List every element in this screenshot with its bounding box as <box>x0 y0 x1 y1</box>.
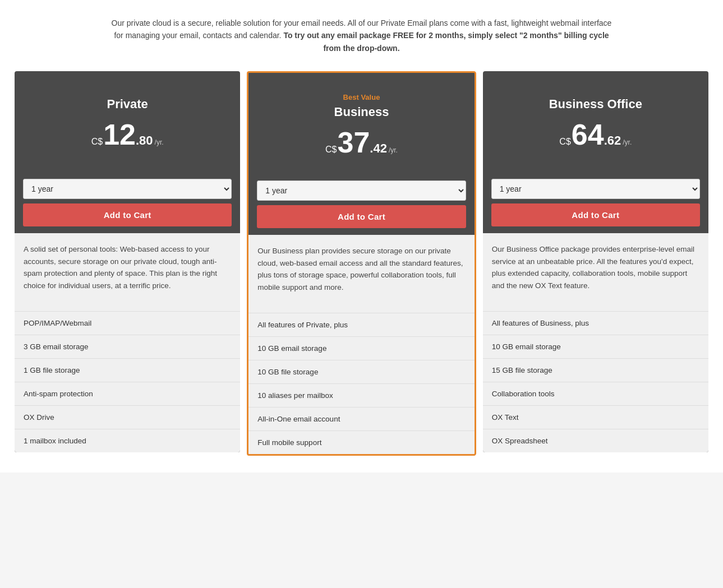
plan-price-business-office: C$ 64 .62 /yr. <box>559 120 632 149</box>
price-period-business: /yr. <box>389 146 398 154</box>
price-main-private: 12 <box>103 120 136 149</box>
plan-name-business-office: Business Office <box>549 97 642 112</box>
feature-item: 10 aliases per mailbox <box>248 384 474 408</box>
feature-item: Collaboration tools <box>483 382 708 406</box>
plan-card-business-office: Business Office C$ 64 .62 /yr. 1 year 2 … <box>483 71 708 452</box>
price-period-business-office: /yr. <box>623 138 632 146</box>
billing-cycle-select-private[interactable]: 1 year 2 months 2 years <box>23 179 232 199</box>
plan-header-business: Best Value Business C$ 37 .42 /yr. <box>248 73 474 174</box>
feature-item: 1 GB file storage <box>15 359 240 382</box>
plan-name-private: Private <box>107 97 148 112</box>
feature-item: All-in-One email account <box>248 408 474 431</box>
plan-price-business: C$ 37 .42 /yr. <box>325 128 398 157</box>
plan-description-business: Our Business plan provides secure storag… <box>248 235 474 313</box>
price-currency-business: C$ <box>325 145 337 155</box>
feature-item: OX Text <box>483 406 708 429</box>
add-to-cart-button-business[interactable]: Add to Cart <box>257 205 466 228</box>
plan-controls-business: 1 year 2 months 2 years Add to Cart <box>248 174 474 235</box>
plan-features-business-office: All features of Business, plus10 GB emai… <box>483 312 708 452</box>
add-to-cart-button-business-office[interactable]: Add to Cart <box>491 203 700 226</box>
plan-features-private: POP/IMAP/Webmail3 GB email storage1 GB f… <box>15 312 240 452</box>
best-value-label: Best Value <box>343 93 380 101</box>
plan-features-business: All features of Private, plus10 GB email… <box>248 313 474 454</box>
feature-item: OX Spreadsheet <box>483 429 708 452</box>
intro-bold-text: To try out any email package FREE for 2 … <box>283 31 609 52</box>
plan-body-business: Our Business plan provides secure storag… <box>248 235 474 454</box>
plans-container: Private C$ 12 .80 /yr. 1 year 2 months 2… <box>11 71 712 456</box>
page-wrapper: Our private cloud is a secure, reliable … <box>0 0 723 473</box>
billing-cycle-select-business[interactable]: 1 year 2 months 2 years <box>257 180 466 201</box>
add-to-cart-button-private[interactable]: Add to Cart <box>23 203 232 226</box>
intro-text: Our private cloud is a secure, reliable … <box>109 17 614 54</box>
plan-body-business-office: Our Business Office package provides ent… <box>483 233 708 452</box>
price-main-business: 37 <box>337 128 370 157</box>
feature-item: Anti-spam protection <box>15 382 240 406</box>
feature-item: Full mobile support <box>248 431 474 454</box>
plan-controls-business-office: 1 year 2 months 2 years Add to Cart <box>483 172 708 233</box>
feature-item: OX Drive <box>15 406 240 429</box>
plan-controls-private: 1 year 2 months 2 years Add to Cart <box>15 172 240 233</box>
plan-header-private: Private C$ 12 .80 /yr. <box>15 71 240 172</box>
plan-name-business: Business <box>334 105 389 119</box>
plan-header-business-office: Business Office C$ 64 .62 /yr. <box>483 71 708 172</box>
feature-item: 10 GB email storage <box>248 337 474 360</box>
price-currency-business-office: C$ <box>559 137 570 147</box>
price-decimal-business: .42 <box>370 141 387 156</box>
plan-description-private: A solid set of personal tools: Web-based… <box>15 233 240 312</box>
feature-item: 1 mailbox included <box>15 429 240 452</box>
feature-item: All features of Business, plus <box>483 312 708 335</box>
price-period-private: /yr. <box>155 138 164 146</box>
feature-item: 15 GB file storage <box>483 359 708 382</box>
plan-price-private: C$ 12 .80 /yr. <box>91 120 164 149</box>
feature-item: All features of Private, plus <box>248 313 474 337</box>
feature-item: POP/IMAP/Webmail <box>15 312 240 335</box>
billing-cycle-select-business-office[interactable]: 1 year 2 months 2 years <box>491 179 700 199</box>
price-decimal-business-office: .62 <box>604 133 621 148</box>
feature-item: 3 GB email storage <box>15 335 240 359</box>
feature-item: 10 GB email storage <box>483 335 708 359</box>
price-decimal-private: .80 <box>136 133 153 148</box>
feature-item: 10 GB file storage <box>248 360 474 384</box>
price-currency-private: C$ <box>91 137 103 147</box>
price-main-business-office: 64 <box>572 120 604 149</box>
plan-description-business-office: Our Business Office package provides ent… <box>483 233 708 312</box>
plan-body-private: A solid set of personal tools: Web-based… <box>15 233 240 452</box>
plan-card-business: Best Value Business C$ 37 .42 /yr. 1 yea… <box>247 71 476 456</box>
plan-card-private: Private C$ 12 .80 /yr. 1 year 2 months 2… <box>15 71 240 452</box>
